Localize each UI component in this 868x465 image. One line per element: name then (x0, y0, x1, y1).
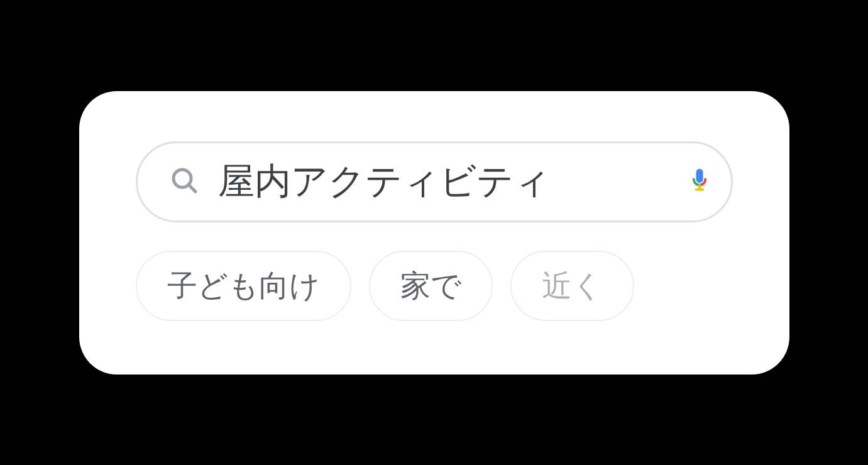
search-card: 子ども向け 家で 近く (79, 91, 789, 375)
suggestion-chips: 子ども向け 家で 近く (136, 251, 733, 321)
chip-nearby[interactable]: 近く (510, 251, 634, 321)
chip-label: 子ども向け (167, 269, 320, 302)
search-input[interactable] (218, 161, 673, 203)
search-bar[interactable] (136, 141, 733, 222)
chip-label: 家で (400, 269, 461, 302)
search-icon (169, 165, 199, 198)
microphone-icon[interactable] (686, 167, 713, 197)
chip-label: 近く (542, 269, 603, 302)
chip-at-home[interactable]: 家で (369, 251, 493, 321)
svg-line-1 (189, 185, 195, 192)
chip-for-kids[interactable]: 子ども向け (136, 251, 351, 321)
